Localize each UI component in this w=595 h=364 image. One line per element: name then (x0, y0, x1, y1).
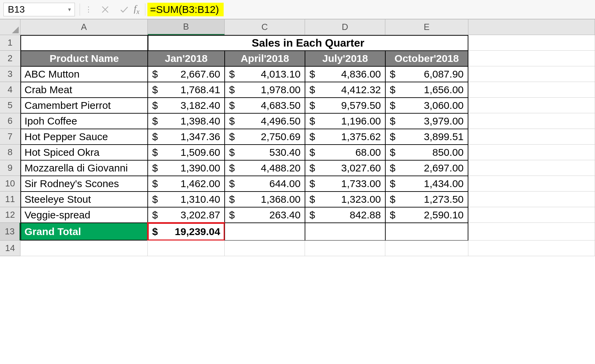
product-name-cell[interactable]: Hot Pepper Sauce (20, 129, 148, 145)
table-cell[interactable]: $263.40 (225, 207, 305, 223)
row-header-10[interactable]: 10 (0, 176, 20, 192)
cancel-icon[interactable] (96, 0, 115, 19)
grand-total-label[interactable]: Grand Total (20, 223, 148, 241)
cell-blank[interactable] (468, 176, 595, 192)
table-cell[interactable]: $1,398.40 (148, 113, 225, 129)
row-header-12[interactable]: 12 (0, 207, 20, 223)
table-cell[interactable]: $4,412.32 (305, 82, 385, 98)
fx-icon[interactable]: fx (134, 3, 143, 16)
cell-blank[interactable] (468, 145, 595, 160)
name-box[interactable]: B13 ▼ (3, 3, 75, 16)
row-header-14[interactable]: 14 (0, 241, 20, 256)
table-cell[interactable]: $3,899.51 (385, 129, 468, 145)
col-header-D[interactable]: D (305, 19, 385, 35)
cell-blank[interactable] (468, 207, 595, 223)
table-cell[interactable]: $1,310.40 (148, 192, 225, 207)
row-header-11[interactable]: 11 (0, 192, 20, 207)
chevron-down-icon[interactable]: ▼ (67, 7, 72, 12)
cell-blank[interactable] (468, 51, 595, 66)
table-cell[interactable]: $1,347.36 (148, 129, 225, 145)
table-cell[interactable]: $1,733.00 (305, 176, 385, 192)
col-header-blank[interactable] (468, 19, 595, 35)
row-header-1[interactable]: 1 (0, 35, 20, 51)
table-cell[interactable]: $1,273.50 (385, 192, 468, 207)
table-cell[interactable]: $3,060.00 (385, 98, 468, 113)
row-header-5[interactable]: 5 (0, 98, 20, 113)
row-header-6[interactable]: 6 (0, 113, 20, 129)
header-q2[interactable]: April'2018 (225, 51, 305, 66)
cell-C14[interactable] (225, 241, 305, 256)
header-product[interactable]: Product Name (20, 51, 148, 66)
row-header-7[interactable]: 7 (0, 129, 20, 145)
product-name-cell[interactable]: Mozzarella di Giovanni (20, 160, 148, 176)
cell-blank[interactable] (468, 129, 595, 145)
product-name-cell[interactable]: Sir Rodney's Scones (20, 176, 148, 192)
cell-A1[interactable] (20, 35, 148, 51)
table-cell[interactable]: $1,434.00 (385, 176, 468, 192)
cell-A14[interactable] (20, 241, 148, 256)
product-name-cell[interactable]: Crab Meat (20, 82, 148, 98)
cell-D14[interactable] (305, 241, 385, 256)
row-header-9[interactable]: 9 (0, 160, 20, 176)
cell-blank[interactable] (468, 113, 595, 129)
table-cell[interactable]: $2,667.60 (148, 66, 225, 82)
table-cell[interactable]: $2,750.69 (225, 129, 305, 145)
header-q3[interactable]: July'2018 (305, 51, 385, 66)
table-cell[interactable]: $4,013.10 (225, 66, 305, 82)
table-cell[interactable]: $4,836.00 (305, 66, 385, 82)
product-name-cell[interactable]: Ipoh Coffee (20, 113, 148, 129)
select-all-corner[interactable] (0, 19, 20, 35)
table-cell[interactable]: $1,768.41 (148, 82, 225, 98)
table-cell[interactable]: $6,087.90 (385, 66, 468, 82)
table-cell[interactable]: $3,979.00 (385, 113, 468, 129)
table-cell[interactable]: $4,683.50 (225, 98, 305, 113)
table-cell[interactable]: $68.00 (305, 145, 385, 160)
spreadsheet-grid[interactable]: A B C D E 1 Sales in Each Quarter 2 Prod… (0, 19, 595, 256)
table-cell[interactable]: $3,182.40 (148, 98, 225, 113)
cell-blank[interactable] (468, 192, 595, 207)
product-name-cell[interactable]: Veggie-spread (20, 207, 148, 223)
row-header-4[interactable]: 4 (0, 82, 20, 98)
table-cell[interactable]: $1,656.00 (385, 82, 468, 98)
cell-blank[interactable] (468, 241, 595, 256)
cell-B14[interactable] (148, 241, 225, 256)
col-header-C[interactable]: C (225, 19, 305, 35)
table-cell[interactable]: $1,368.00 (225, 192, 305, 207)
col-header-B[interactable]: B (148, 19, 225, 35)
table-cell[interactable]: $2,697.00 (385, 160, 468, 176)
product-name-cell[interactable]: Steeleye Stout (20, 192, 148, 207)
cell-blank[interactable] (468, 82, 595, 98)
table-cell[interactable]: $842.88 (305, 207, 385, 223)
cell-blank[interactable] (468, 35, 595, 51)
table-cell[interactable]: $4,496.50 (225, 113, 305, 129)
table-cell[interactable]: $3,027.60 (305, 160, 385, 176)
product-name-cell[interactable]: Hot Spiced Okra (20, 145, 148, 160)
cell-B13-selected[interactable]: $19,239.04 (148, 223, 225, 241)
table-cell[interactable]: $1,978.00 (225, 82, 305, 98)
table-cell[interactable]: $1,375.62 (305, 129, 385, 145)
cell-blank[interactable] (468, 66, 595, 82)
table-cell[interactable]: $850.00 (385, 145, 468, 160)
product-name-cell[interactable]: Camembert Pierrot (20, 98, 148, 113)
col-header-E[interactable]: E (385, 19, 468, 35)
col-header-A[interactable]: A (20, 19, 148, 35)
cell-E14[interactable] (385, 241, 468, 256)
row-header-3[interactable]: 3 (0, 66, 20, 82)
table-cell[interactable]: $1,390.00 (148, 160, 225, 176)
cell-blank[interactable] (468, 223, 595, 241)
product-name-cell[interactable]: ABC Mutton (20, 66, 148, 82)
header-q1[interactable]: Jan'2018 (148, 51, 225, 66)
formula-input[interactable]: =SUM(B3:B12) (147, 3, 224, 16)
table-cell[interactable]: $4,488.20 (225, 160, 305, 176)
table-cell[interactable]: $1,462.00 (148, 176, 225, 192)
table-cell[interactable]: $2,590.10 (385, 207, 468, 223)
table-cell[interactable]: $1,196.00 (305, 113, 385, 129)
table-cell[interactable]: $530.40 (225, 145, 305, 160)
row-header-8[interactable]: 8 (0, 145, 20, 160)
cell-E13[interactable] (385, 223, 468, 241)
row-header-13[interactable]: 13 (0, 223, 20, 241)
table-cell[interactable]: $9,579.50 (305, 98, 385, 113)
table-cell[interactable]: $644.00 (225, 176, 305, 192)
enter-icon[interactable] (115, 0, 134, 19)
cell-D13[interactable] (305, 223, 385, 241)
